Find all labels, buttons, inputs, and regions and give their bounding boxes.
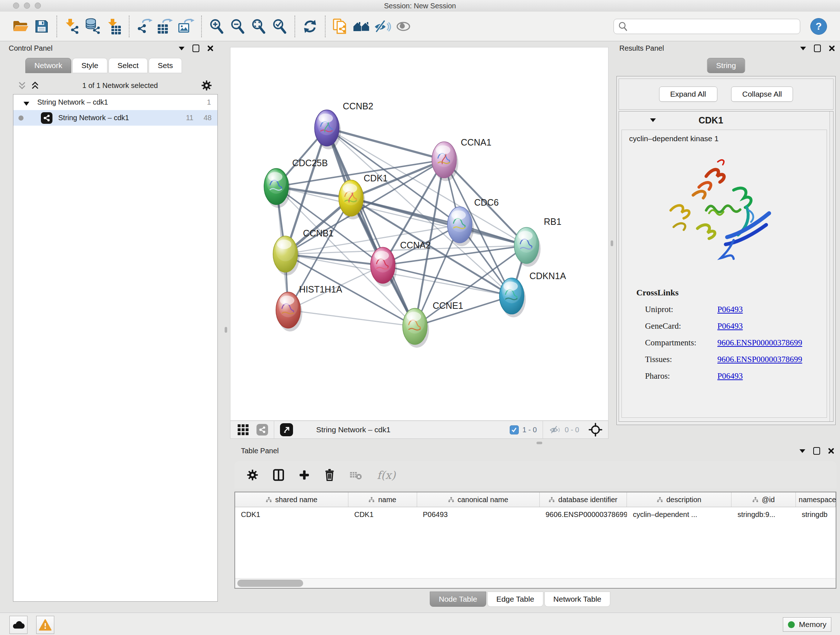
detach-view-icon[interactable] <box>280 423 293 436</box>
import-network-button[interactable] <box>62 14 82 38</box>
uniprot-link[interactable]: P06493 <box>717 305 743 314</box>
right-splitter-handle[interactable] <box>611 241 613 246</box>
close-window-button[interactable] <box>13 3 19 9</box>
cell-namespace[interactable]: stringdb <box>796 510 836 519</box>
results-scrollbar-track[interactable] <box>829 111 833 421</box>
clone-network-button[interactable] <box>330 14 351 38</box>
import-network-from-database-button[interactable] <box>82 14 103 38</box>
fit-selected-crosshair-icon[interactable] <box>589 423 602 437</box>
gene-collapse-caret-icon[interactable] <box>650 119 656 122</box>
cell-database-identifier[interactable]: 9606.ENSP00000378699 <box>540 510 627 519</box>
network-node-rb1[interactable] <box>514 227 540 267</box>
birds-eye-grid-icon[interactable] <box>237 424 249 436</box>
scrollbar-thumb[interactable] <box>237 580 303 587</box>
column-header-shared-name[interactable]: shared name <box>235 492 348 507</box>
column-header-description[interactable]: description <box>627 492 731 507</box>
network-type-badge-icon[interactable] <box>256 424 268 435</box>
column-type-icon <box>752 497 758 502</box>
tab-edge-table[interactable]: Edge Table <box>487 592 543 607</box>
network-canvas[interactable]: CCNB2CCNA1CDC25BCDK1CDC6RB1CCNB1CCNA2CDK… <box>230 47 608 421</box>
pharos-link[interactable]: P06493 <box>717 371 743 381</box>
show-graphics-details-button[interactable] <box>393 14 414 38</box>
tab-network-table[interactable]: Network Table <box>545 592 611 607</box>
close-panel-icon[interactable] <box>207 45 213 51</box>
float-panel-icon[interactable] <box>193 44 199 52</box>
cell-shared-name[interactable]: CDK1 <box>235 510 348 519</box>
main-toolbar: ? <box>0 11 840 41</box>
float-panel-icon[interactable] <box>814 44 821 52</box>
node-table[interactable]: shared namenamecanonical namedatabase id… <box>234 492 836 589</box>
expand-all-button[interactable]: Expand All <box>659 87 717 102</box>
home-button[interactable] <box>351 14 372 38</box>
left-splitter-handle[interactable] <box>225 327 227 333</box>
create-column-plus-icon[interactable] <box>299 470 309 480</box>
table-options-gear-icon[interactable] <box>247 469 258 481</box>
tab-network[interactable]: Network <box>25 58 71 73</box>
network-collection-row[interactable]: String Network – cdk1 1 <box>13 95 218 110</box>
column-header-database-identifier[interactable]: database identifier <box>540 492 627 507</box>
export-network-button[interactable] <box>134 14 155 38</box>
network-node-ccna2[interactable] <box>370 247 397 287</box>
column-header--id[interactable]: @id <box>731 492 796 507</box>
collapse-all-chevrons-icon[interactable] <box>18 81 26 89</box>
bottom-splitter-handle[interactable] <box>537 442 542 444</box>
tab-node-table[interactable]: Node Table <box>430 592 486 607</box>
cloud-services-button[interactable] <box>9 616 27 634</box>
import-table-button[interactable] <box>103 14 125 38</box>
panel-menu-caret-icon[interactable] <box>799 449 805 453</box>
column-header-name[interactable]: name <box>348 492 417 507</box>
network-row-selected[interactable]: String Network – cdk1 11 48 <box>13 110 218 126</box>
cell-name[interactable]: CDK1 <box>348 510 417 519</box>
tab-style[interactable]: Style <box>73 58 107 73</box>
cell-canonical-name[interactable]: P06493 <box>417 510 540 519</box>
zoom-in-button[interactable] <box>206 14 227 38</box>
selected-nodes-checkbox[interactable] <box>510 425 519 434</box>
genecard-link[interactable]: P06493 <box>717 321 743 331</box>
column-header-namespace[interactable]: namespace <box>796 492 836 507</box>
warnings-button[interactable] <box>36 616 54 634</box>
network-node-ccnb2[interactable] <box>315 110 341 149</box>
tissues-link[interactable]: 9606.ENSP00000378699 <box>717 355 802 364</box>
expand-all-chevrons-icon[interactable] <box>31 81 39 89</box>
tab-string[interactable]: String <box>707 58 745 73</box>
search-input[interactable] <box>614 19 800 34</box>
export-table-button[interactable] <box>155 14 176 38</box>
panel-menu-caret-icon[interactable] <box>800 47 806 50</box>
float-panel-icon[interactable] <box>813 447 820 455</box>
column-header-canonical-name[interactable]: canonical name <box>417 492 540 507</box>
zoom-out-button[interactable] <box>227 14 248 38</box>
table-horizontal-scrollbar[interactable] <box>235 578 836 588</box>
close-panel-icon[interactable] <box>828 448 834 454</box>
gene-header-row[interactable]: CDK1 <box>619 111 833 129</box>
save-session-button[interactable] <box>31 14 52 38</box>
compartments-link[interactable]: 9606.ENSP00000378699 <box>717 338 802 348</box>
cell-description[interactable]: cyclin–dependent ... <box>627 510 731 519</box>
apply-layout-button[interactable] <box>300 14 321 38</box>
panel-menu-caret-icon[interactable] <box>179 47 185 50</box>
zoom-selected-button[interactable] <box>269 14 290 38</box>
minimize-window-button[interactable] <box>24 3 30 9</box>
tab-sets[interactable]: Sets <box>149 58 182 73</box>
zoom-window-button[interactable] <box>35 3 41 9</box>
network-node-ccnb1[interactable] <box>273 236 300 276</box>
tab-select[interactable]: Select <box>109 58 148 73</box>
delete-column-trash-icon[interactable] <box>324 469 335 481</box>
export-image-button[interactable] <box>176 14 197 38</box>
control-panel-title: Control Panel <box>9 44 52 52</box>
memory-button[interactable]: Memory <box>783 617 831 632</box>
close-panel-icon[interactable] <box>829 45 835 51</box>
cell--id[interactable]: stringdb:9... <box>732 510 796 519</box>
help-button[interactable]: ? <box>810 18 827 35</box>
hide-unhide-button[interactable] <box>372 14 393 38</box>
collection-caret-icon[interactable] <box>24 102 29 106</box>
network-node-ccne1[interactable] <box>403 309 429 348</box>
network-options-gear-icon[interactable] <box>201 80 212 91</box>
network-node-cdkn1a[interactable] <box>500 278 526 318</box>
zoom-fit-content-button[interactable] <box>248 14 269 38</box>
collapse-all-button[interactable]: Collapse All <box>731 87 793 102</box>
open-session-button[interactable] <box>10 14 31 38</box>
network-node-hist1h1a[interactable] <box>276 292 302 332</box>
show-columns-icon[interactable] <box>273 469 284 481</box>
table-row[interactable]: CDK1CDK1P064939606.ENSP00000378699cyclin… <box>235 507 836 522</box>
string-network-graph[interactable]: CCNB2CCNA1CDC25BCDK1CDC6RB1CCNB1CCNA2CDK… <box>231 48 608 420</box>
